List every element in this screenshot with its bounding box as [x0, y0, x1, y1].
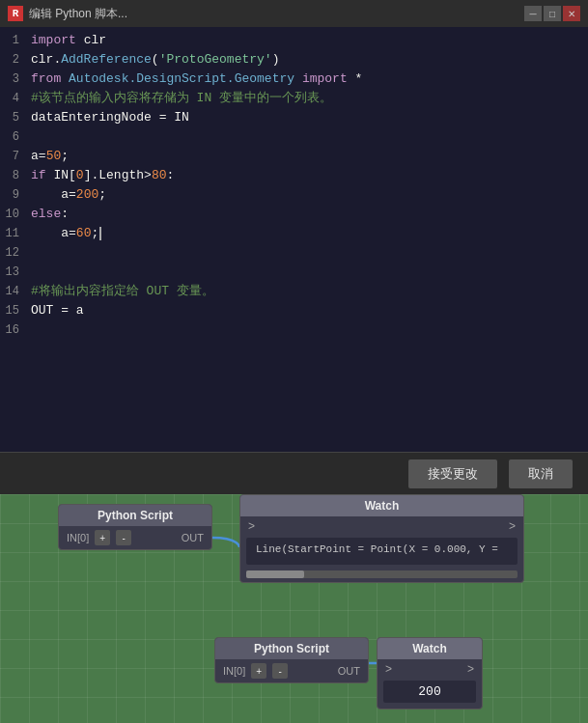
code-line-14: 14 #将输出内容指定给 OUT 变量。	[0, 282, 588, 301]
code-line-2: 2 clr.AddReference('ProtoGeometry')	[0, 50, 588, 70]
accept-changes-button[interactable]: 接受更改	[408, 459, 497, 488]
canvas-area[interactable]: Python Script IN[0] + - OUT Watch > > Li…	[0, 494, 588, 723]
code-line-3: 3 from Autodesk.DesignScript.Geometry im…	[0, 70, 588, 89]
watch-scrollbar-thumb-top	[246, 570, 304, 578]
code-line-9: 9 a=200;	[0, 185, 588, 205]
window-title: 编辑 Python 脚本...	[29, 6, 518, 22]
code-line-10: 10 else:	[0, 205, 588, 224]
in-port-label-bottom: IN[0]	[223, 665, 245, 677]
watch-node-bottom: Watch > > 200	[377, 637, 483, 709]
watch-content-top: Line(StartPoint = Point(X = 0.000, Y =	[246, 538, 518, 565]
python-script-title-top: Python Script	[59, 505, 211, 526]
close-button[interactable]: ✕	[563, 6, 580, 21]
in-port-label-top: IN[0]	[67, 532, 89, 543]
add-port-button-top[interactable]: +	[95, 530, 110, 545]
python-script-body-bottom: IN[0] + - OUT	[215, 659, 368, 682]
window-controls: ─ □ ✕	[524, 6, 580, 21]
code-line-15: 15 OUT = a	[0, 301, 588, 320]
out-port-label-top: OUT	[182, 532, 204, 543]
out-port-label-bottom: OUT	[338, 665, 360, 677]
watch-out-arrow-top: >	[509, 519, 516, 533]
watch-node-top: Watch > > Line(StartPoint = Point(X = 0.…	[239, 494, 524, 583]
code-line-5: 5 dataEnteringNode = IN	[0, 108, 588, 127]
code-line-6: 6	[0, 127, 588, 147]
app-icon: R	[8, 6, 23, 21]
python-script-node-top: Python Script IN[0] + - OUT	[58, 504, 212, 550]
code-content: 1 import clr 2 clr.AddReference('ProtoGe…	[0, 27, 588, 344]
code-line-4: 4 #该节点的输入内容将存储为 IN 变量中的一个列表。	[0, 89, 588, 108]
code-editor[interactable]: 1 import clr 2 clr.AddReference('ProtoGe…	[0, 27, 588, 452]
python-script-node-bottom: Python Script IN[0] + - OUT	[214, 637, 369, 683]
add-port-button-bottom[interactable]: +	[251, 663, 266, 679]
code-line-16: 16	[0, 320, 588, 340]
watch-in-arrow-top: >	[248, 519, 255, 533]
watch-port-row-top: > >	[240, 516, 523, 536]
watch-title-top: Watch	[240, 495, 523, 516]
cancel-button[interactable]: 取消	[509, 459, 573, 488]
code-line-13: 13	[0, 263, 588, 282]
watch-in-arrow-bottom: >	[385, 662, 392, 676]
code-line-1: 1 import clr	[0, 31, 588, 50]
python-script-body-top: IN[0] + - OUT	[59, 526, 211, 549]
editor-footer: 接受更改 取消	[0, 452, 588, 494]
title-bar: R 编辑 Python 脚本... ─ □ ✕	[0, 0, 588, 27]
code-line-8: 8 if IN[0].Length>80:	[0, 166, 588, 185]
python-script-title-bottom: Python Script	[215, 638, 368, 659]
watch-value-bottom: 200	[383, 681, 476, 703]
watch-title-bottom: Watch	[378, 638, 482, 659]
remove-port-button-top[interactable]: -	[116, 530, 131, 545]
minimize-button[interactable]: ─	[524, 6, 542, 21]
remove-port-button-bottom[interactable]: -	[272, 663, 288, 679]
code-line-11: 11 a=60;	[0, 224, 588, 243]
watch-port-row-bottom: > >	[378, 659, 482, 679]
watch-out-arrow-bottom: >	[467, 662, 474, 676]
code-line-7: 7 a=50;	[0, 147, 588, 166]
watch-scrollbar-top[interactable]	[246, 570, 518, 578]
code-line-12: 12	[0, 243, 588, 263]
maximize-button[interactable]: □	[544, 6, 561, 21]
